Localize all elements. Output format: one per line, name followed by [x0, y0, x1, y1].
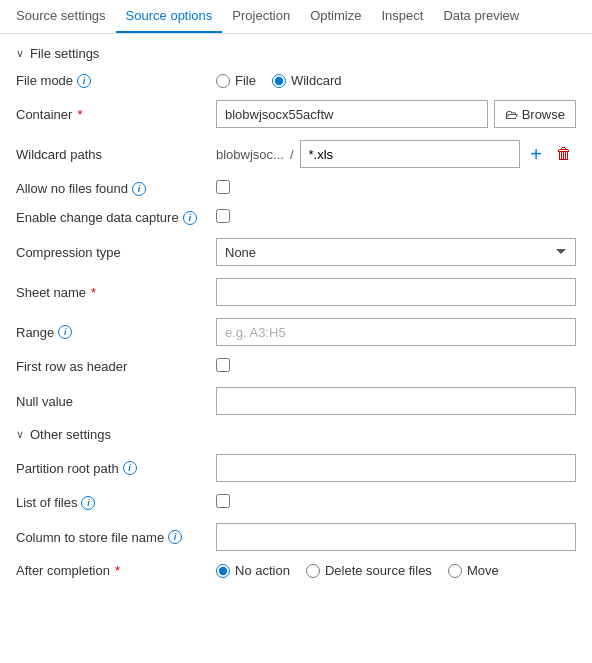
list-of-files-row: List of files i: [16, 494, 576, 511]
list-of-files-label: List of files: [16, 495, 77, 510]
no-action-radio[interactable]: [216, 564, 230, 578]
compression-type-select[interactable]: None gzip bzip2 deflate ZipDeflate TarGz…: [216, 238, 576, 266]
first-row-header-row: First row as header: [16, 358, 576, 375]
wildcard-radio-label: Wildcard: [291, 73, 342, 88]
list-of-files-checkbox[interactable]: [216, 494, 230, 508]
wildcard-paths-label: Wildcard paths: [16, 147, 102, 162]
container-input[interactable]: [216, 100, 488, 128]
file-radio-label: File: [235, 73, 256, 88]
range-row: Range i: [16, 318, 576, 346]
range-input[interactable]: [216, 318, 576, 346]
wildcard-prefix: blobwjsoc...: [216, 147, 284, 162]
after-completion-label: After completion: [16, 563, 110, 578]
container-required: *: [77, 107, 82, 122]
after-completion-row: After completion * No action Delete sour…: [16, 563, 576, 578]
no-action-label: No action: [235, 563, 290, 578]
first-row-header-label: First row as header: [16, 359, 127, 374]
tab-data-preview[interactable]: Data preview: [433, 0, 529, 33]
sheet-name-row: Sheet name *: [16, 278, 576, 306]
file-mode-label: File mode: [16, 73, 73, 88]
move-radio[interactable]: [448, 564, 462, 578]
move-label: Move: [467, 563, 499, 578]
container-label: Container: [16, 107, 72, 122]
wildcard-input[interactable]: [300, 140, 521, 168]
null-value-row: Null value: [16, 387, 576, 415]
allow-no-files-row: Allow no files found i: [16, 180, 576, 197]
column-store-info-icon: i: [168, 530, 182, 544]
allow-no-files-label: Allow no files found: [16, 181, 128, 196]
enable-cdc-checkbox[interactable]: [216, 209, 230, 223]
allow-no-files-info-icon: i: [132, 182, 146, 196]
first-row-header-checkbox[interactable]: [216, 358, 230, 372]
delete-wildcard-button[interactable]: 🗑: [552, 143, 576, 165]
after-completion-radio-group: No action Delete source files Move: [216, 563, 576, 578]
null-value-label: Null value: [16, 394, 73, 409]
enable-cdc-info-icon: i: [183, 211, 197, 225]
trash-icon: 🗑: [556, 145, 572, 163]
enable-cdc-row: Enable change data capture i: [16, 209, 576, 226]
sheet-name-required: *: [91, 285, 96, 300]
delete-source-radio[interactable]: [306, 564, 320, 578]
wildcard-radio-input[interactable]: [272, 74, 286, 88]
container-row: Container * 🗁 Browse: [16, 100, 576, 128]
column-store-label: Column to store file name: [16, 530, 164, 545]
browse-label: Browse: [522, 107, 565, 122]
wildcard-radio-option[interactable]: Wildcard: [272, 73, 342, 88]
wildcard-paths-row: Wildcard paths blobwjsoc... / + 🗑: [16, 140, 576, 168]
wildcard-separator: /: [290, 147, 294, 162]
sheet-name-input[interactable]: [216, 278, 576, 306]
tab-optimize[interactable]: Optimize: [300, 0, 371, 33]
range-info-icon: i: [58, 325, 72, 339]
after-completion-required: *: [115, 563, 120, 578]
tab-projection[interactable]: Projection: [222, 0, 300, 33]
delete-source-label: Delete source files: [325, 563, 432, 578]
file-mode-row: File mode i File Wildcard: [16, 73, 576, 88]
other-settings-chevron: ∨: [16, 428, 24, 441]
column-store-input[interactable]: [216, 523, 576, 551]
browse-folder-icon: 🗁: [505, 107, 518, 122]
allow-no-files-checkbox[interactable]: [216, 180, 230, 194]
no-action-option[interactable]: No action: [216, 563, 290, 578]
compression-type-row: Compression type None gzip bzip2 deflate…: [16, 238, 576, 266]
tab-inspect[interactable]: Inspect: [371, 0, 433, 33]
partition-root-label: Partition root path: [16, 461, 119, 476]
plus-icon: +: [530, 143, 542, 166]
sheet-name-label: Sheet name: [16, 285, 86, 300]
other-settings-section[interactable]: ∨ Other settings: [16, 427, 576, 442]
tab-source-settings[interactable]: Source settings: [6, 0, 116, 33]
compression-type-label: Compression type: [16, 245, 121, 260]
add-wildcard-button[interactable]: +: [526, 141, 546, 168]
file-radio-option[interactable]: File: [216, 73, 256, 88]
tab-bar: Source settingsSource optionsProjectionO…: [0, 0, 592, 34]
null-value-input[interactable]: [216, 387, 576, 415]
file-mode-radio-group: File Wildcard: [216, 73, 576, 88]
file-radio-input[interactable]: [216, 74, 230, 88]
partition-root-input[interactable]: [216, 454, 576, 482]
wildcard-input-row: blobwjsoc... / + 🗑: [216, 140, 576, 168]
file-settings-label: File settings: [30, 46, 99, 61]
range-label: Range: [16, 325, 54, 340]
delete-source-option[interactable]: Delete source files: [306, 563, 432, 578]
tab-source-options[interactable]: Source options: [116, 0, 223, 33]
browse-button[interactable]: 🗁 Browse: [494, 100, 576, 128]
container-browse-row: 🗁 Browse: [216, 100, 576, 128]
file-settings-section[interactable]: ∨ File settings: [16, 46, 576, 61]
other-settings-label: Other settings: [30, 427, 111, 442]
column-store-row: Column to store file name i: [16, 523, 576, 551]
partition-root-info-icon: i: [123, 461, 137, 475]
partition-root-row: Partition root path i: [16, 454, 576, 482]
file-mode-info-icon: i: [77, 74, 91, 88]
list-of-files-info-icon: i: [81, 496, 95, 510]
file-settings-chevron: ∨: [16, 47, 24, 60]
enable-cdc-label: Enable change data capture: [16, 210, 179, 225]
move-option[interactable]: Move: [448, 563, 499, 578]
